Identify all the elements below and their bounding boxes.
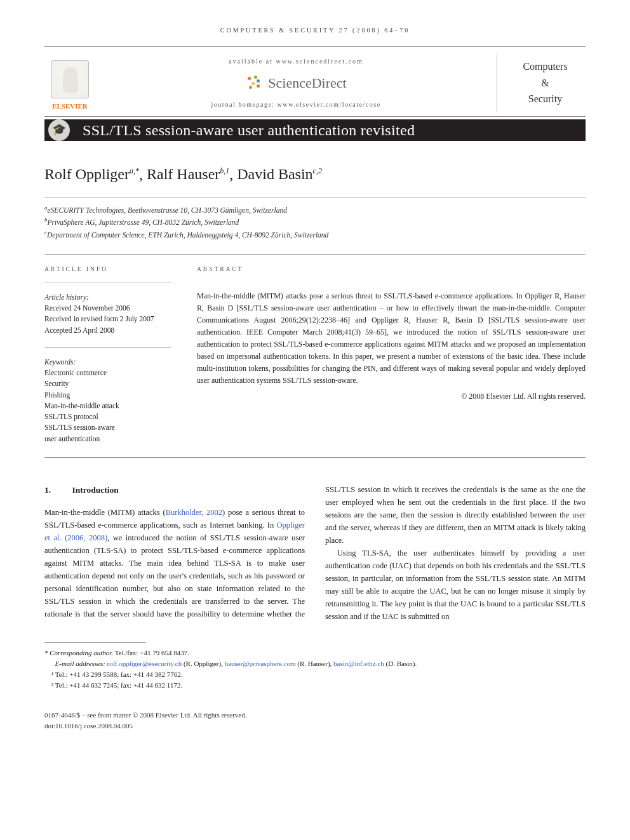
abstract-heading: ABSTRACT [197,265,586,274]
divider [44,283,171,283]
keyword: SSL/TLS protocol [44,411,171,422]
journal-name-box: Computers & Security [497,53,586,112]
corresponding-author-footnote: * Corresponding author. Tel./fax: +41 79… [44,648,586,658]
article-meta-row: ARTICLE INFO Article history: Received 2… [44,254,586,458]
history-label: Article history: [44,292,171,303]
available-at-text: available at www.sciencedirect.com [107,57,485,66]
journal-name-line1: Computers [505,58,586,75]
body-paragraph: Using TLS-SA, the user authenticates him… [325,547,586,623]
author-1: Rolf Oppligera,* [44,166,139,182]
article-title: SSL/TLS session-aware user authenticatio… [83,119,415,142]
article-type-badge-icon: 🎓 [48,119,70,141]
keyword: Phishing [44,390,171,401]
section-title: Introduction [72,485,118,495]
doi-line: doi:10.1016/j.cose.2008.04.005 [44,721,586,731]
footnotes-block: * Corresponding author. Tel./fax: +41 79… [44,648,586,691]
footnote-tel-1: ¹ Tel.: +41 43 299 5588; fax: +41 44 382… [44,669,586,680]
article-info-heading: ARTICLE INFO [44,265,171,274]
affiliation-c: cDepartment of Computer Science, ETH Zur… [44,229,586,241]
elsevier-logo: ELSEVIER [44,54,95,111]
footnote-separator [44,642,146,643]
journal-name-line3: Security [505,91,586,107]
title-bar: 🎓 SSL/TLS session-aware user authenticat… [44,119,586,141]
email-link[interactable]: hauser@privasphere.com [225,660,296,667]
keyword: Electronic commerce [44,368,171,378]
affiliation-a: aeSECURITY Technologies, Beethovenstrass… [44,204,586,217]
journal-homepage-text: journal homepage: www.elsevier.com/locat… [107,100,485,109]
sciencedirect-dots-icon [245,76,264,90]
article-info-column: ARTICLE INFO Article history: Received 2… [44,265,171,444]
journal-name-line2: & [505,75,586,91]
footnote-tel-2: ² Tel.: +41 44 632 7245; fax: +41 44 632… [44,680,586,691]
section-heading-1: 1. Introduction [44,483,305,497]
elsevier-logo-text: ELSEVIER [52,101,88,112]
history-revised: Received in revised form 2 July 2007 [44,314,171,324]
elsevier-tree-icon [51,60,89,98]
citation-link[interactable]: Burkholder, 2002 [166,508,222,517]
affiliation-b: bPrivaSphere AG, Jupiterstrasse 49, CH-8… [44,216,586,229]
running-head: COMPUTERS & SECURITY 27 (2008) 64–70 [44,25,586,35]
keyword: user authentication [44,434,171,444]
authors-block: Rolf Oppligera,*, Ralf Hauserb,1, David … [44,159,586,197]
history-accepted: Accepted 25 April 2008 [44,325,171,336]
section-number: 1. [44,483,70,497]
divider [44,347,171,348]
keyword: Man-in-the-middle attack [44,401,171,411]
author-2: Ralf Hauserb,1 [147,166,229,182]
article-history: Article history: Received 24 November 20… [44,292,171,336]
keywords-block: Keywords: Electronic commerce Security P… [44,357,171,444]
affiliations: aeSECURITY Technologies, Beethovenstrass… [44,204,586,241]
history-received: Received 24 November 2006 [44,303,171,314]
page-footer: 0167-4048/$ – see front matter © 2008 El… [44,710,586,731]
email-link[interactable]: rolf.oppliger@esecurity.ch [107,660,182,667]
journal-banner: ELSEVIER available at www.sciencedirect.… [44,46,586,117]
sciencedirect-brand-text: ScienceDirect [268,72,346,93]
banner-center: available at www.sciencedirect.com Scien… [107,57,485,109]
author-3: David Basinc,2 [237,166,322,182]
article-body: 1. Introduction Man-in-the-middle (MITM)… [44,483,586,623]
keywords-label: Keywords: [44,357,171,368]
sciencedirect-logo: ScienceDirect [245,72,346,93]
abstract-copyright: © 2008 Elsevier Ltd. All rights reserved… [197,390,586,402]
email-link[interactable]: basin@inf.ethz.ch [333,660,384,667]
front-matter-line: 0167-4048/$ – see front matter © 2008 El… [44,710,586,721]
emails-footnote: E-mail addresses: rolf.oppliger@esecurit… [44,658,586,669]
abstract-text: Man-in-the-middle (MITM) attacks pose a … [197,290,586,387]
keyword: Security [44,378,171,389]
keyword: SSL/TLS session-aware [44,422,171,433]
abstract-column: ABSTRACT Man-in-the-middle (MITM) attack… [197,265,586,444]
